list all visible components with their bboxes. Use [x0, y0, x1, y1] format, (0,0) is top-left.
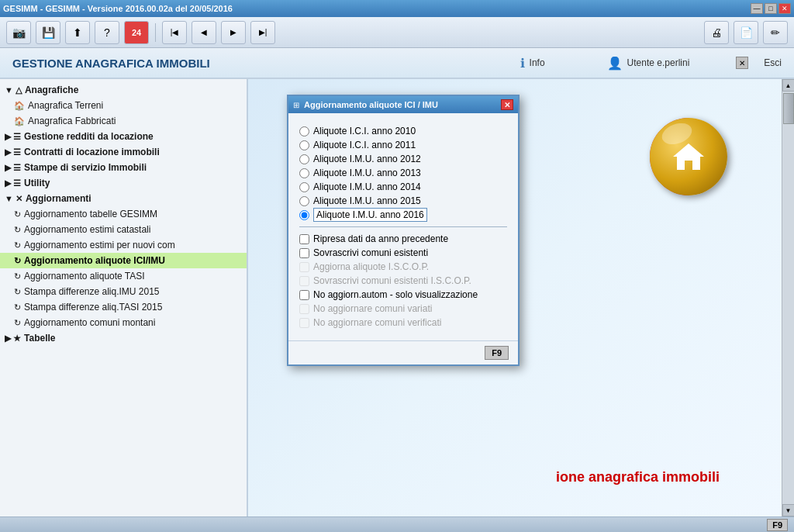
- right-scrollbar: ▲ ▼: [782, 79, 794, 516]
- esci-button[interactable]: Esci: [764, 57, 782, 68]
- minimize-button[interactable]: —: [751, 3, 763, 14]
- sidebar-item-agg-aliquote-ici[interactable]: ↻Aggiornamento aliquote ICI/IMU: [0, 253, 247, 268]
- radio-label-imu2013: Aliquote I.M.U. anno 2013: [313, 168, 421, 178]
- scroll-thumb[interactable]: [783, 93, 794, 124]
- checkbox-option-no-aggiorn[interactable]: No aggiorn.autom - solo visualizzazione: [299, 289, 507, 300]
- checkbox-input-aggiorna-iscop: [299, 262, 309, 272]
- sidebar-item-anagrafica-terreni[interactable]: 🏠Anagrafica Terreni: [0, 98, 247, 113]
- nav-next-button[interactable]: ▶: [221, 21, 246, 44]
- title-bar-buttons: — □ ✕: [751, 3, 791, 14]
- sidebar-label-stampa-diff-imu: Stampa differenze aliq.IMU 2015: [24, 286, 160, 297]
- radio-option-imu2014[interactable]: Aliquote I.M.U. anno 2014: [299, 181, 507, 192]
- esci-label[interactable]: Esci: [764, 57, 782, 68]
- scroll-down-button[interactable]: ▼: [782, 504, 795, 516]
- sidebar-item-anagrafiche[interactable]: ▼ △Anagrafiche: [0, 82, 247, 98]
- upload-button[interactable]: ⬆: [65, 21, 90, 44]
- f9-badge[interactable]: F9: [485, 346, 509, 360]
- sidebar-item-agg-estimi-nuovi[interactable]: ↻Aggiornamento estimi per nuovi com: [0, 237, 247, 253]
- radio-input-ici2010[interactable]: [299, 126, 309, 136]
- sidebar-label-agg-comuni-montani: Aggiornamento comuni montani: [24, 317, 155, 328]
- content-area: ione anagrafica immobili ⊞ Aggiornamento…: [248, 79, 782, 516]
- sidebar-icon-stampa-diff-imu: ↻: [14, 287, 21, 297]
- checkbox-input-sovrascrivi-iscop: [299, 276, 309, 286]
- help-button[interactable]: ?: [95, 21, 119, 44]
- radio-input-imu2014[interactable]: [299, 182, 309, 192]
- sidebar-item-agg-estimi[interactable]: ↻Aggiornamento estimi catastali: [0, 222, 247, 237]
- radio-option-imu2012[interactable]: Aliquote I.M.U. anno 2012: [299, 154, 507, 164]
- sidebar-icon-tabelle: ▶ ★: [5, 333, 21, 344]
- nav-first-button[interactable]: |◀: [162, 21, 187, 44]
- radio-option-imu2013[interactable]: Aliquote I.M.U. anno 2013: [299, 168, 507, 178]
- dialog-close-button[interactable]: ✕: [501, 99, 513, 110]
- radio-input-imu2012[interactable]: [299, 154, 309, 164]
- edit-button[interactable]: ✏: [763, 21, 788, 44]
- sidebar-label-anagrafica-fabbricati: Anagrafica Fabbricati: [28, 116, 116, 126]
- checkbox-input-no-verificati: [299, 318, 309, 328]
- sidebar-label-gestione-redditi: Gestione redditi da locazione: [24, 131, 154, 142]
- radio-input-ici2011[interactable]: [299, 140, 309, 150]
- radio-option-ici2010[interactable]: Aliquote I.C.I. anno 2010: [299, 126, 507, 136]
- scroll-up-button[interactable]: ▲: [782, 79, 795, 92]
- sidebar-icon-agg-aliquote-tasi: ↻: [14, 271, 21, 282]
- radio-input-imu2015[interactable]: [299, 196, 309, 206]
- checkbox-input-ripresa[interactable]: [299, 234, 309, 244]
- nav-prev-button[interactable]: ◀: [192, 21, 216, 44]
- main-layout: ▼ △Anagrafiche🏠Anagrafica Terreni🏠Anagra…: [0, 79, 794, 516]
- doc-button[interactable]: 📄: [734, 21, 758, 44]
- separator1: [155, 23, 156, 42]
- sidebar-label-stampa-diff-tasi: Stampa differenze aliq.TASI 2015: [24, 302, 162, 313]
- radio-option-ici2011[interactable]: Aliquote I.C.I. anno 2011: [299, 140, 507, 150]
- sidebar-item-contratti-locazione[interactable]: ▶ ☰Contratti di locazione immobili: [0, 144, 247, 160]
- checkbox-option-ripresa[interactable]: Ripresa dati da anno precedente: [299, 233, 507, 244]
- sidebar-label-agg-aliquote-tasi: Aggiornamento aliquote TASI: [24, 271, 145, 282]
- checkbox-label-ripresa: Ripresa dati da anno precedente: [313, 233, 448, 244]
- sidebar-icon-anagrafica-fabbricati: 🏠: [14, 116, 25, 126]
- sidebar-label-agg-tabelle: Aggiornamento tabelle GESIMM: [24, 209, 157, 219]
- checkbox-label-aggiorna-iscop: Aggiorna aliquote I.S.C.O.P.: [313, 261, 429, 272]
- radio-label-imu2015: Aliquote I.M.U. anno 2015: [313, 195, 421, 206]
- sidebar-item-aggiornamenti[interactable]: ▼ ✕Aggiornamenti: [0, 191, 247, 206]
- sidebar-label-agg-aliquote-ici: Aggiornamento aliquote ICI/IMU: [24, 255, 165, 266]
- status-f9[interactable]: F9: [767, 519, 788, 531]
- radio-option-imu2015[interactable]: Aliquote I.M.U. anno 2015: [299, 195, 507, 206]
- sidebar-icon-utility: ▶ ☰: [5, 178, 21, 188]
- checkbox-input-no-aggiorn[interactable]: [299, 290, 309, 300]
- utente-section: 👤 Utente e.perlini: [607, 56, 690, 71]
- print-button[interactable]: 🖨: [704, 21, 729, 44]
- checkbox-input-sovrascrivi[interactable]: [299, 248, 309, 258]
- sidebar-item-stampa-diff-imu[interactable]: ↻Stampa differenze aliq.IMU 2015: [0, 284, 247, 299]
- radio-input-imu2013[interactable]: [299, 168, 309, 178]
- close-x-button[interactable]: ✕: [736, 57, 748, 69]
- info-label[interactable]: Info: [530, 57, 545, 68]
- sidebar-label-anagrafica-terreni: Anagrafica Terreni: [28, 100, 103, 111]
- sidebar-item-anagrafica-fabbricati[interactable]: 🏠Anagrafica Fabbricati: [0, 113, 247, 129]
- nav-last-button[interactable]: ▶|: [250, 21, 275, 44]
- maximize-button[interactable]: □: [765, 3, 777, 14]
- sidebar-item-gestione-redditi[interactable]: ▶ ☰Gestione redditi da locazione: [0, 129, 247, 144]
- sidebar-item-stampe-servizio[interactable]: ▶ ☰Stampe di servizio Immobili: [0, 160, 247, 175]
- sidebar-item-agg-comuni-montani[interactable]: ↻Aggiornamento comuni montani: [0, 315, 247, 330]
- sidebar-item-tabelle[interactable]: ▶ ★Tabelle: [0, 330, 247, 346]
- checkbox-option-sovrascrivi[interactable]: Sovrascrivi comuni esistenti: [299, 247, 507, 258]
- page-title: GESTIONE ANAGRAFICA IMMOBILI: [12, 57, 210, 70]
- sidebar-icon-aggiornamenti: ▼ ✕: [5, 194, 22, 204]
- sidebar-icon-stampa-diff-tasi: ↻: [14, 302, 21, 313]
- sidebar-label-tabelle: Tabelle: [24, 333, 55, 344]
- close-button[interactable]: ✕: [778, 3, 791, 14]
- checkbox-input-no-variati: [299, 304, 309, 314]
- radio-input-imu2016[interactable]: [299, 210, 309, 220]
- sidebar-item-agg-aliquote-tasi[interactable]: ↻Aggiornamento aliquote TASI: [0, 268, 247, 284]
- status-bar: F9: [0, 516, 794, 532]
- sidebar-item-agg-tabelle[interactable]: ↻Aggiornamento tabelle GESIMM: [0, 206, 247, 222]
- sidebar-item-stampa-diff-tasi[interactable]: ↻Stampa differenze aliq.TASI 2015: [0, 299, 247, 315]
- number-button[interactable]: 24: [124, 21, 149, 44]
- sidebar-items: ▼ △Anagrafiche🏠Anagrafica Terreni🏠Anagra…: [0, 82, 247, 346]
- radio-option-imu2016[interactable]: Aliquote I.M.U. anno 2016: [299, 209, 507, 220]
- checkbox-label-no-variati: No aggiornare comuni variati: [313, 303, 432, 314]
- checkbox-label-no-aggiorn: No aggiorn.autom - solo visualizzazione: [313, 289, 478, 300]
- save-button[interactable]: 💾: [36, 21, 60, 44]
- sidebar-icon-anagrafiche: ▼ △: [5, 85, 22, 95]
- info-icon: ℹ: [520, 56, 525, 71]
- sidebar-item-utility[interactable]: ▶ ☰Utility: [0, 175, 247, 191]
- camera-button[interactable]: 📷: [6, 21, 31, 44]
